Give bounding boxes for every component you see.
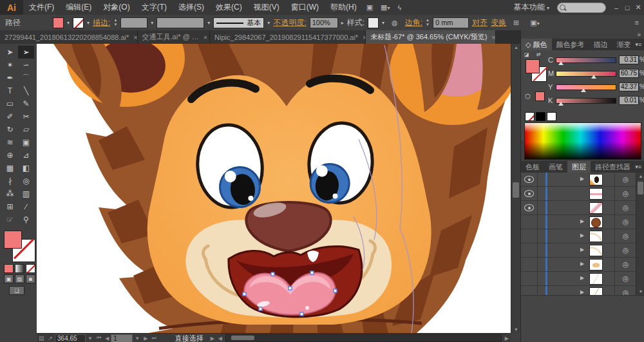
slice-tool[interactable]: ∕ bbox=[18, 200, 34, 213]
curvature-tool[interactable]: ⌒ bbox=[18, 71, 34, 84]
color-spectrum[interactable] bbox=[524, 122, 641, 160]
vertical-scrollbar[interactable]: ▲ ▼ bbox=[511, 44, 521, 333]
eyedropper-tool[interactable]: ∤ bbox=[2, 175, 18, 187]
fill-stroke-control[interactable] bbox=[4, 231, 32, 259]
layer-thumbnail[interactable] bbox=[589, 202, 603, 214]
layer-row[interactable]: ◎ bbox=[521, 187, 636, 201]
expand-triangle-icon[interactable]: ▶ bbox=[580, 275, 584, 281]
layers-scrollbar[interactable]: ▲ ▼ bbox=[636, 173, 644, 295]
lasso-tool[interactable]: ∽ bbox=[18, 59, 34, 71]
layer-target-icon[interactable]: ◎ bbox=[614, 243, 636, 257]
opacity-field[interactable]: 100% bbox=[310, 17, 338, 28]
gpu-performance-icon[interactable]: ϟ bbox=[393, 4, 405, 12]
blend-tool[interactable]: ◎ bbox=[18, 175, 34, 187]
visibility-toggle[interactable] bbox=[521, 243, 538, 257]
pen-tool[interactable]: ✒ bbox=[2, 71, 18, 84]
last-artboard-icon[interactable]: ⏭ bbox=[149, 335, 158, 341]
draw-inside-button[interactable]: ◙ bbox=[26, 274, 35, 283]
menu-item[interactable]: 选择(S) bbox=[173, 0, 210, 15]
menu-item[interactable]: 窗口(W) bbox=[285, 0, 325, 15]
line-segment-tool[interactable]: ╲ bbox=[18, 84, 34, 97]
rotate-tool[interactable]: ↻ bbox=[2, 123, 18, 136]
column-graph-tool[interactable]: ▥ bbox=[18, 187, 34, 200]
visibility-toggle[interactable] bbox=[521, 272, 538, 285]
slider-handle[interactable] bbox=[591, 75, 596, 79]
workspace-switcher[interactable]: 基本功能 ▾ bbox=[514, 2, 549, 13]
stroke-caret-icon[interactable]: ▾ bbox=[87, 20, 90, 26]
document-icon[interactable]: ▣ bbox=[363, 3, 377, 12]
layer-thumbnail[interactable] bbox=[589, 216, 603, 228]
layer-row[interactable]: ▶◎ bbox=[521, 215, 636, 229]
expand-triangle-icon[interactable]: ▶ bbox=[580, 261, 584, 267]
out-of-gamut-cube-icon[interactable]: ⬡ bbox=[525, 93, 531, 100]
draw-normal-button[interactable]: ▣ bbox=[4, 274, 14, 283]
color-mode-button[interactable] bbox=[4, 264, 14, 273]
panel-tab-2[interactable]: 画笔 bbox=[544, 161, 567, 173]
color-tab-4[interactable]: 渐变 bbox=[612, 39, 636, 50]
menu-item[interactable]: 对象(O) bbox=[97, 0, 135, 15]
restore-button[interactable]: □ bbox=[622, 4, 632, 12]
default-colors-icon[interactable]: ◪ bbox=[524, 52, 529, 57]
layer-target-icon[interactable]: ◎ bbox=[614, 272, 636, 285]
prev-artboard-icon[interactable]: ◀ bbox=[103, 336, 111, 341]
artboard-number-field[interactable]: 1 bbox=[111, 334, 133, 342]
visibility-toggle[interactable] bbox=[521, 201, 538, 214]
hscroll-thumb[interactable] bbox=[231, 336, 254, 340]
width-tool[interactable]: ≋ bbox=[2, 136, 18, 149]
transform-link[interactable]: 变换 bbox=[491, 17, 506, 28]
layer-target-icon[interactable]: ◎ bbox=[614, 229, 636, 243]
gradient-mode-button[interactable] bbox=[15, 264, 24, 273]
minimize-button[interactable]: – bbox=[611, 4, 621, 12]
visibility-toggle[interactable] bbox=[521, 187, 538, 200]
collapse-panels-icon[interactable]: » bbox=[637, 31, 641, 38]
slider-track[interactable] bbox=[556, 84, 616, 90]
free-transform-tool[interactable]: ▣ bbox=[18, 136, 34, 149]
symbol-sprayer-tool[interactable]: ⁂ bbox=[2, 187, 18, 200]
hscroll-left-icon[interactable]: ◀ bbox=[216, 336, 224, 341]
scissors-tool[interactable]: ✂ bbox=[18, 110, 34, 123]
menu-item[interactable]: 编辑(E) bbox=[60, 0, 97, 15]
panel-menu-icon[interactable]: ▾≡ bbox=[636, 39, 644, 50]
corner-stepper[interactable]: ▲▼ bbox=[426, 18, 430, 27]
expand-triangle-icon[interactable]: ▶ bbox=[580, 176, 584, 182]
color-tab-1[interactable]: ◇ 颜色 bbox=[521, 39, 552, 50]
stroke-color-swatch[interactable] bbox=[73, 17, 84, 28]
channel-value-field[interactable]: 42.37 bbox=[619, 82, 639, 91]
options-panel-menu-icon[interactable]: ≡ bbox=[631, 19, 644, 26]
none-mode-button[interactable] bbox=[26, 264, 35, 273]
color-tab-3[interactable]: 描边 bbox=[589, 39, 612, 50]
layers-scroll-thumb[interactable] bbox=[638, 182, 643, 195]
visibility-toggle[interactable] bbox=[521, 258, 538, 271]
scroll-up-icon[interactable]: ▲ bbox=[511, 45, 521, 50]
stroke-panel-link[interactable]: 描边: bbox=[93, 17, 110, 28]
layer-thumbnail[interactable] bbox=[589, 231, 603, 242]
document-tab[interactable]: Nipic_29842067_20190829115417377000.ai*× bbox=[210, 30, 366, 44]
document-tab[interactable]: 交通工具.ai* @ …× bbox=[138, 30, 211, 44]
fill-caret-icon[interactable]: ▾ bbox=[67, 20, 70, 26]
corner-field[interactable]: 0 mm bbox=[433, 17, 469, 28]
menu-item[interactable]: 帮助(H) bbox=[325, 0, 363, 15]
shape-builder-tool[interactable]: ⊕ bbox=[2, 149, 18, 162]
layer-thumbnail[interactable] bbox=[589, 174, 603, 185]
document-tab[interactable]: 27299441_20180613220208854088.ai*× bbox=[0, 30, 138, 44]
layer-thumbnail[interactable] bbox=[589, 245, 603, 256]
menu-item[interactable]: 文字(T) bbox=[136, 0, 173, 15]
channel-value-field[interactable]: 0.01 bbox=[619, 96, 639, 105]
search-input[interactable] bbox=[557, 3, 606, 13]
layer-row[interactable]: ▶◎ bbox=[521, 173, 636, 187]
visibility-toggle[interactable] bbox=[521, 229, 538, 243]
hscroll-right-icon[interactable]: ▶ bbox=[503, 336, 511, 341]
direct-selection-tool[interactable]: ➢ bbox=[18, 46, 34, 59]
menu-item[interactable]: 文件(F) bbox=[23, 0, 60, 15]
panel-menu-icon[interactable]: ▾≡ bbox=[635, 161, 644, 173]
status-grid-icon[interactable]: ▤ bbox=[37, 335, 46, 341]
menu-item[interactable]: 效果(C) bbox=[210, 0, 248, 15]
slider-handle[interactable] bbox=[558, 61, 564, 65]
black-swatch[interactable] bbox=[536, 112, 545, 121]
close-button[interactable]: ✕ bbox=[633, 3, 643, 12]
screen-mode-button[interactable]: ❏ bbox=[9, 286, 24, 295]
artboard-caret-icon[interactable]: ▼ bbox=[133, 336, 142, 341]
tab-close-icon[interactable]: × bbox=[491, 33, 495, 41]
panel-tab-1[interactable]: 色板 bbox=[521, 161, 544, 173]
expand-triangle-icon[interactable]: ▶ bbox=[580, 218, 584, 224]
